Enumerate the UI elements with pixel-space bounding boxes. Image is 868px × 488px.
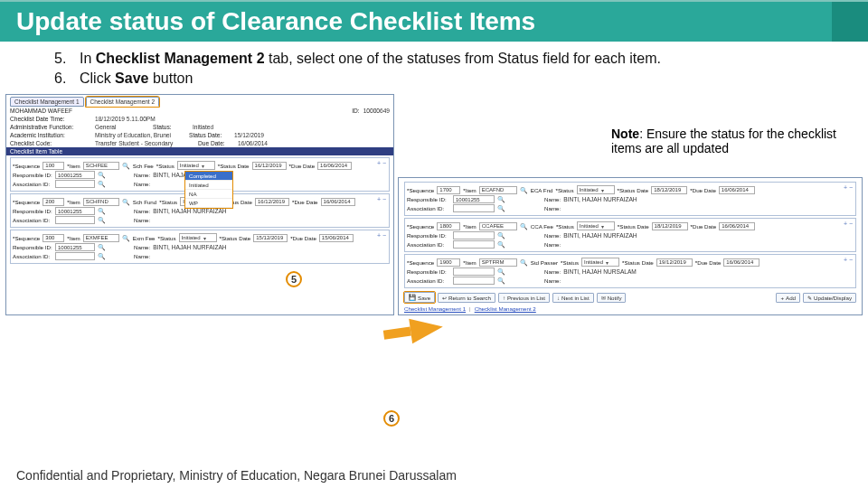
add-button[interactable]: + Add bbox=[776, 293, 800, 303]
tab-checklist-1[interactable]: Checklist Management 1 bbox=[10, 97, 84, 107]
student-name: MOHAMMAD WAFEEF bbox=[10, 108, 72, 114]
button-bar: 💾 Save ↩ Return to Search ↑ Previous in … bbox=[401, 290, 860, 305]
checklist-table-header: Checklist Item Table bbox=[6, 147, 393, 155]
sequence-input[interactable]: 100 bbox=[42, 162, 64, 170]
checklist-row-100: + − Sequence100 ItemSCHFEE🔍Sch Fee Statu… bbox=[10, 157, 390, 192]
status-select[interactable]: Initiated bbox=[177, 161, 215, 170]
notify-button[interactable]: ✉ Notify bbox=[597, 293, 627, 303]
lookup-icon[interactable]: 🔍 bbox=[98, 180, 106, 188]
callout-6: 6 bbox=[383, 410, 400, 427]
save-button[interactable]: 💾 Save bbox=[404, 292, 435, 303]
footer-text: Confidential and Proprietary, Ministry o… bbox=[16, 468, 457, 483]
lookup-icon[interactable]: 🔍 bbox=[98, 171, 106, 179]
lookup-icon[interactable]: 🔍 bbox=[122, 162, 130, 170]
link-checklist-2[interactable]: Checklist Management 2 bbox=[475, 305, 536, 312]
instruction-6: 6.Click Save button bbox=[54, 70, 832, 87]
callout-5: 5 bbox=[286, 271, 302, 287]
left-panel: Checklist Management 1 Checklist Managem… bbox=[5, 94, 394, 315]
page-title: Update status of Clearance Checklist Ite… bbox=[0, 2, 868, 42]
checklist-row-1900: + − Sequence1900 ItemSPTFRM🔍Std Passer S… bbox=[404, 254, 856, 288]
row-add-remove-icon[interactable]: + − bbox=[377, 160, 386, 166]
status-dropdown-open[interactable]: Completed Initiated NA WP bbox=[184, 171, 233, 209]
checklist-row-1700: + − Sequence1700 ItemECAFND🔍ECA Fnd Stat… bbox=[404, 182, 856, 216]
next-list-button[interactable]: ↓ Next in List bbox=[552, 293, 594, 303]
checklist-row-300: + − Sequence300 ItemEXMFEE🔍Exm Fee Statu… bbox=[10, 230, 390, 264]
arrow-icon bbox=[409, 314, 445, 344]
item-input[interactable]: SCHFEE bbox=[83, 162, 119, 170]
instruction-5: 5.In Checklist Management 2 tab, select … bbox=[54, 51, 832, 67]
return-search-button[interactable]: ↩ Return to Search bbox=[438, 293, 495, 303]
update-display-button[interactable]: ✎ Update/Display bbox=[803, 293, 856, 303]
prev-list-button[interactable]: ↑ Previous in List bbox=[498, 293, 550, 303]
instruction-list: 5.In Checklist Management 2 tab, select … bbox=[0, 42, 868, 94]
note-text: Note: Ensure the status for the checklis… bbox=[611, 127, 846, 155]
link-checklist-1[interactable]: Checklist Management 1 bbox=[404, 305, 466, 312]
student-id: 10000649 bbox=[363, 108, 390, 114]
checklist-row-1800: + − Sequence1800 ItemCCAFEE🔍CCA Fee Stat… bbox=[404, 218, 856, 252]
right-panel: + − Sequence1700 ItemECAFND🔍ECA Fnd Stat… bbox=[398, 177, 863, 315]
tab-checklist-2[interactable]: Checklist Management 2 bbox=[86, 97, 160, 107]
